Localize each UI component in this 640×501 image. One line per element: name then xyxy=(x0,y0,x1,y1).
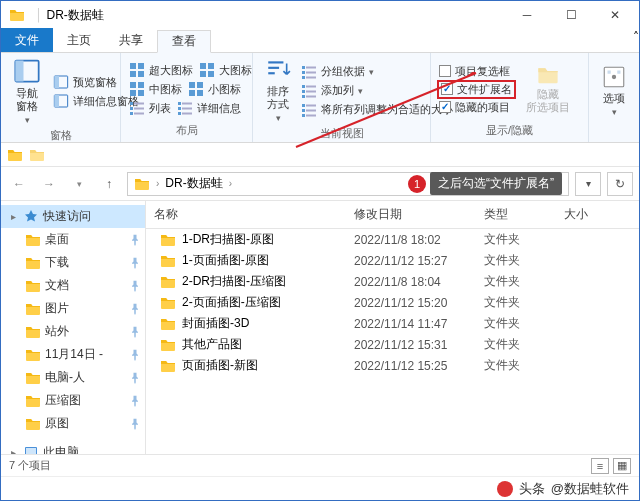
group-label-showhide: 显示/隐藏 xyxy=(437,123,582,140)
file-row[interactable]: 1-DR扫描图-原图2022/11/8 18:02文件夹 xyxy=(146,229,639,250)
folder-icon xyxy=(25,232,41,248)
col-date[interactable]: 修改日期 xyxy=(346,201,476,228)
ribbon-tabs: 文件 主页 共享 查看 ˄ xyxy=(1,29,639,53)
layout-xl[interactable]: 超大图标 xyxy=(127,61,195,79)
grid-icon xyxy=(129,62,145,78)
item-count: 7 个项目 xyxy=(9,458,51,473)
tab-share[interactable]: 共享 xyxy=(105,29,157,52)
folder-icon xyxy=(7,147,23,163)
folder-icon xyxy=(25,278,41,294)
list-icon xyxy=(129,100,145,116)
folder-icon xyxy=(25,301,41,317)
grid-icon xyxy=(199,62,215,78)
nav-pane-button[interactable]: 导航窗格 ▾ xyxy=(7,55,47,128)
options-icon xyxy=(601,64,627,90)
folder-icon xyxy=(160,274,176,290)
nav-pane-icon xyxy=(13,57,41,85)
checkbox-icon xyxy=(439,65,451,77)
history-button[interactable]: ▾ xyxy=(67,172,91,196)
nav-item[interactable]: 原图 xyxy=(1,412,145,435)
group-label-view: 当前视图 xyxy=(259,126,424,143)
file-row[interactable]: 封面插图-3D2022/11/14 11:47文件夹 xyxy=(146,313,639,334)
layout-details[interactable]: 详细信息 xyxy=(175,99,243,117)
sort-button[interactable]: 排序方式 ▾ xyxy=(259,55,297,126)
pin-icon xyxy=(129,303,141,315)
layout-list[interactable]: 列表 xyxy=(127,99,173,117)
options-button[interactable]: 选项 ▾ xyxy=(595,55,633,126)
folder-icon xyxy=(25,416,41,432)
path-box[interactable]: › DR-数据蛙 › 1 之后勾选“文件扩展名” xyxy=(127,172,569,196)
nav-item[interactable]: 电脑-人 xyxy=(1,366,145,389)
nav-item[interactable]: 桌面 xyxy=(1,228,145,251)
ribbon-collapse-button[interactable]: ˄ xyxy=(633,30,639,52)
folder-icon xyxy=(25,255,41,271)
view-large-icon[interactable]: ▦ xyxy=(613,458,631,474)
layout-sm[interactable]: 小图标 xyxy=(186,80,243,98)
item-checkboxes-toggle[interactable]: 项目复选框 xyxy=(437,63,516,80)
nav-item[interactable]: 站外 xyxy=(1,320,145,343)
details-pane-icon xyxy=(53,93,69,109)
file-row[interactable]: 1-页面插图-原图2022/11/12 15:27文件夹 xyxy=(146,250,639,271)
file-row[interactable]: 2-页面插图-压缩图2022/11/12 15:20文件夹 xyxy=(146,292,639,313)
col-size[interactable]: 大小 xyxy=(556,201,639,228)
group-icon xyxy=(301,64,317,80)
breadcrumb-segment[interactable]: DR-数据蛙 xyxy=(165,175,222,192)
up-button[interactable]: ↑ xyxy=(97,172,121,196)
folder-icon xyxy=(160,316,176,332)
close-button[interactable]: ✕ xyxy=(593,1,637,29)
checkbox-checked-icon xyxy=(441,83,453,95)
pin-icon xyxy=(129,372,141,384)
nav-item[interactable]: 下载 xyxy=(1,251,145,274)
pin-icon xyxy=(129,418,141,430)
status-bar: 7 个项目 ≡ ▦ xyxy=(1,454,639,476)
nav-item[interactable]: 11月14日 - xyxy=(1,343,145,366)
file-row[interactable]: 页面插图-新图2022/11/12 15:25文件夹 xyxy=(146,355,639,376)
folder-icon xyxy=(25,393,41,409)
maximize-button[interactable]: ☐ xyxy=(549,1,593,29)
layout-lg[interactable]: 大图标 xyxy=(197,61,254,79)
annotation-number: 1 xyxy=(408,175,426,193)
nav-quick-access[interactable]: ▸快速访问 xyxy=(1,205,145,228)
minimize-button[interactable]: ─ xyxy=(505,1,549,29)
forward-button: → xyxy=(37,172,61,196)
refresh-button[interactable]: ↻ xyxy=(607,172,633,196)
title-bar: │ DR-数据蛙 ─ ☐ ✕ xyxy=(1,1,639,29)
back-button[interactable]: ← xyxy=(7,172,31,196)
nav-this-pc[interactable]: ▸此电脑 xyxy=(1,441,145,454)
tab-home[interactable]: 主页 xyxy=(53,29,105,52)
tab-file[interactable]: 文件 xyxy=(1,28,53,52)
nav-item[interactable]: 图片 xyxy=(1,297,145,320)
fit-icon xyxy=(301,102,317,118)
tab-view[interactable]: 查看 xyxy=(157,30,211,53)
address-dropdown-button[interactable]: ▾ xyxy=(575,172,601,196)
folder-icon xyxy=(160,253,176,269)
file-row[interactable]: 2-DR扫描图-压缩图2022/11/8 18:04文件夹 xyxy=(146,271,639,292)
hide-selected-button: 隐藏 所选项目 xyxy=(520,55,576,123)
pin-icon xyxy=(129,349,141,361)
ribbon: 导航窗格 ▾ 预览窗格 详细信息窗格 窗格 超大图标 大图标 中图标 小图标 xyxy=(1,53,639,143)
qat-sep: │ xyxy=(35,8,43,22)
folder-icon xyxy=(160,295,176,311)
avatar-icon xyxy=(497,481,513,497)
view-details-icon[interactable]: ≡ xyxy=(591,458,609,474)
folder-icon xyxy=(134,176,150,192)
grid-icon xyxy=(129,81,145,97)
file-row[interactable]: 其他产品图2022/11/12 15:31文件夹 xyxy=(146,334,639,355)
file-extensions-toggle[interactable]: 文件扩展名 xyxy=(437,80,516,99)
hidden-items-toggle[interactable]: 隐藏的项目 xyxy=(437,99,516,116)
list-icon xyxy=(177,100,193,116)
checkbox-checked-icon xyxy=(439,101,451,113)
file-list: 1-DR扫描图-原图2022/11/8 18:02文件夹1-页面插图-原图202… xyxy=(146,229,639,454)
columns-icon xyxy=(301,83,317,99)
nav-item[interactable]: 文档 xyxy=(1,274,145,297)
window-title: DR-数据蛙 xyxy=(47,7,506,24)
col-type[interactable]: 类型 xyxy=(476,201,556,228)
layout-md[interactable]: 中图标 xyxy=(127,80,184,98)
col-name[interactable]: 名称 xyxy=(146,201,346,228)
attribution-footer: 头条 @数据蛙软件 xyxy=(1,476,639,500)
nav-item[interactable]: 压缩图 xyxy=(1,389,145,412)
pin-icon xyxy=(129,326,141,338)
folder-icon xyxy=(29,147,45,163)
folder-icon xyxy=(25,370,41,386)
column-headers: 名称 修改日期 类型 大小 xyxy=(146,201,639,229)
